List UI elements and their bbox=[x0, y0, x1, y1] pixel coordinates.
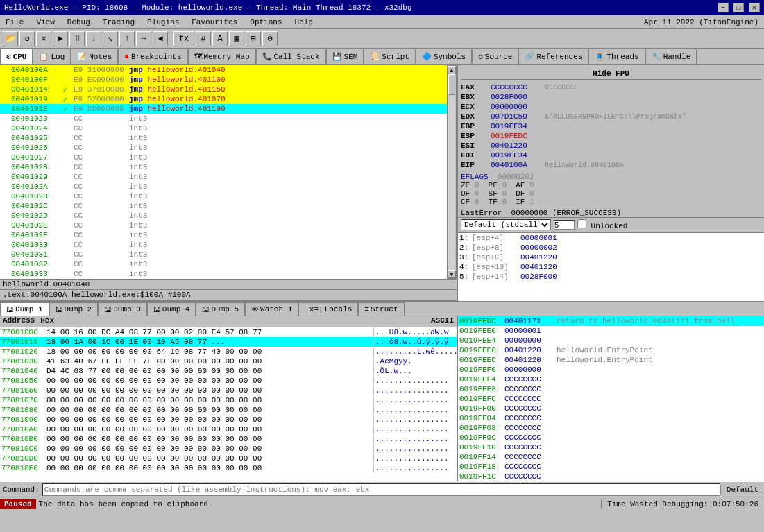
disasm-row[interactable]: 00401031 CC int3 bbox=[0, 250, 447, 259]
dump-tab-5[interactable]: 🖫 Dump 5 bbox=[196, 302, 245, 316]
tab-source[interactable]: ◇Source bbox=[472, 49, 518, 64]
dump-tab-struct[interactable]: ≡ Struct bbox=[358, 302, 404, 316]
reg-value[interactable]: 00000000 bbox=[491, 103, 539, 111]
tab-log[interactable]: 📋Log bbox=[33, 49, 71, 64]
disasm-row[interactable]: 0040102E CC int3 bbox=[0, 221, 447, 230]
stack-args-input[interactable] bbox=[554, 220, 575, 230]
menu-help[interactable]: Help bbox=[292, 17, 316, 27]
dump-row[interactable]: 77081000 14 00 16 00 DC A4 08 77 00 00 0… bbox=[0, 327, 457, 337]
dump-tab-watch1[interactable]: 👁 Watch 1 bbox=[245, 302, 298, 316]
dump-tab-4[interactable]: 🖫 Dump 4 bbox=[147, 302, 196, 316]
reg-value[interactable]: 0019FF34 bbox=[491, 122, 539, 130]
dump-row[interactable]: 77081080 00 00 00 00 00 00 00 00 00 00 0… bbox=[0, 405, 457, 415]
disasm-row[interactable]: 00401019 ✓ E9 52000000 jmp helloworld.40… bbox=[0, 94, 447, 104]
disasm-row[interactable]: 00401023 CC int3 bbox=[0, 114, 447, 123]
tab-notes[interactable]: 📝Notes bbox=[71, 49, 118, 64]
disasm-row[interactable]: 0040102D CC int3 bbox=[0, 211, 447, 221]
dump-row[interactable]: 77081050 00 00 00 00 00 00 00 00 00 00 0… bbox=[0, 376, 457, 386]
disasm-row[interactable]: 00401014 ✓ E9 37010000 jmp helloworld.40… bbox=[0, 85, 447, 94]
disasm-row[interactable]: 00401029 CC int3 bbox=[0, 172, 447, 182]
minimize-button[interactable]: − bbox=[718, 3, 729, 12]
dump-row[interactable]: 77081090 00 00 00 00 00 00 00 00 00 00 0… bbox=[0, 415, 457, 424]
tab-threads[interactable]: 🧵Threads bbox=[588, 49, 645, 64]
toolbar-fx[interactable]: fx bbox=[173, 31, 194, 46]
reg-value[interactable]: 0040100A bbox=[491, 161, 539, 169]
calling-conv-select[interactable]: Default (stdcall) bbox=[461, 219, 551, 230]
dump-row[interactable]: 77081010 18 00 1A 00 1C 00 1E 00 10 A5 0… bbox=[0, 337, 457, 347]
tab-memory-map[interactable]: 🗺Memory Map bbox=[188, 49, 256, 64]
toolbar-step-out[interactable]: ↑ bbox=[119, 31, 135, 46]
dump-row[interactable]: 77081030 41 63 4D 67 FF FF FF 7F 00 00 0… bbox=[0, 357, 457, 366]
tab-cpu[interactable]: ⚙CPU bbox=[0, 49, 33, 65]
menu-debug[interactable]: Debug bbox=[65, 17, 93, 27]
disasm-row[interactable]: 0040102F CC int3 bbox=[0, 230, 447, 240]
tab-sem[interactable]: 💾SEM bbox=[326, 49, 364, 64]
disasm-row[interactable]: 0040100A E9 31000000 jmp helloworld.4010… bbox=[0, 65, 447, 75]
tab-breakpoints[interactable]: ●Breakpoints bbox=[118, 49, 187, 64]
dump-tab-2[interactable]: 🖫 Dump 2 bbox=[49, 302, 99, 316]
tab-symbols[interactable]: 🔷Symbols bbox=[416, 49, 472, 64]
toolbar-settings[interactable]: ⚙ bbox=[262, 31, 278, 46]
dump-row[interactable]: 770810D0 00 00 00 00 00 00 00 00 00 00 0… bbox=[0, 454, 457, 463]
disasm-row[interactable]: 0040101E ✓ E9 DD000000 jmp helloworld.40… bbox=[0, 104, 447, 114]
toolbar-font[interactable]: A bbox=[212, 31, 228, 46]
menu-file[interactable]: File bbox=[3, 17, 26, 27]
disasm-row[interactable]: 00401025 CC int3 bbox=[0, 133, 447, 143]
toolbar-mem[interactable]: ▦ bbox=[229, 31, 244, 46]
disasm-row[interactable]: 0040100F E9 EC000000 jmp helloworld.4011… bbox=[0, 75, 447, 85]
toolbar-step-into[interactable]: ↓ bbox=[86, 31, 101, 46]
toolbar-run[interactable]: ▶ bbox=[53, 31, 68, 46]
disasm-row[interactable]: 00401030 CC int3 bbox=[0, 240, 447, 250]
disasm-row[interactable]: 00401024 CC int3 bbox=[0, 123, 447, 133]
menu-view[interactable]: View bbox=[33, 17, 57, 27]
dump-tab-locals[interactable]: |x=| Locals bbox=[298, 302, 358, 316]
reg-value[interactable]: 0019FF34 bbox=[491, 151, 539, 160]
menu-tracing[interactable]: Tracing bbox=[100, 17, 137, 27]
disasm-row[interactable]: 0040102C CC int3 bbox=[0, 201, 447, 211]
disasm-row[interactable]: 00401027 CC int3 bbox=[0, 153, 447, 162]
dump-row[interactable]: 77081020 18 00 00 00 00 00 00 00 64 19 0… bbox=[0, 347, 457, 357]
close-button[interactable]: ✕ bbox=[749, 3, 760, 12]
toolbar-run-to[interactable]: → bbox=[136, 31, 151, 46]
scroll-track[interactable] bbox=[448, 74, 455, 270]
dump-tab-3[interactable]: 🖫 Dump 3 bbox=[98, 302, 147, 316]
dump-row[interactable]: 770810C0 00 00 00 00 00 00 00 00 00 00 0… bbox=[0, 444, 457, 454]
dump-row[interactable]: 77081040 D4 4C 08 77 00 00 00 00 00 00 0… bbox=[0, 366, 457, 376]
dump-row[interactable]: 770810B0 00 00 00 00 00 00 00 00 00 00 0… bbox=[0, 434, 457, 444]
dump-row[interactable]: 77081070 00 00 00 00 00 00 00 00 00 00 0… bbox=[0, 395, 457, 405]
toolbar-hash[interactable]: # bbox=[196, 31, 211, 46]
disasm-row[interactable]: 00401032 CC int3 bbox=[0, 259, 447, 269]
tab-references[interactable]: 🔗References bbox=[518, 49, 588, 64]
menu-favourites[interactable]: Favourites bbox=[189, 17, 240, 27]
tab-call-stack[interactable]: 📞Call Stack bbox=[256, 49, 326, 64]
unlocked-checkbox[interactable] bbox=[577, 219, 586, 228]
command-input[interactable] bbox=[42, 483, 720, 496]
reg-value[interactable]: 00401220 bbox=[491, 141, 539, 150]
reg-value[interactable]: 007D1C50 bbox=[491, 112, 539, 121]
disasm-area[interactable]: 0040100A E9 31000000 jmp helloworld.4010… bbox=[0, 65, 447, 279]
disasm-row[interactable]: 00401026 CC int3 bbox=[0, 143, 447, 153]
toolbar-pause[interactable]: ⏸ bbox=[69, 31, 85, 46]
dump-row[interactable]: 770810F0 00 00 00 00 00 00 00 00 00 00 0… bbox=[0, 463, 457, 473]
toolbar-log2[interactable]: ⊞ bbox=[246, 31, 261, 46]
dump-tab-1[interactable]: 🖫 Dump 1 bbox=[0, 302, 49, 316]
scroll-thumb[interactable] bbox=[448, 74, 455, 95]
scroll-down[interactable]: ▼ bbox=[448, 270, 456, 278]
tab-script[interactable]: 📜Script bbox=[364, 49, 416, 64]
toolbar-open[interactable]: 📂 bbox=[3, 31, 18, 46]
menu-options[interactable]: Options bbox=[247, 17, 285, 27]
reg-value[interactable]: CCCCCCCC bbox=[491, 83, 539, 92]
reg-value[interactable]: 0019FEDC bbox=[491, 132, 539, 140]
maximize-button[interactable]: □ bbox=[733, 3, 744, 12]
menu-plugins[interactable]: Plugins bbox=[144, 17, 182, 27]
tab-handle[interactable]: 🔧Handle bbox=[645, 49, 697, 64]
disasm-row[interactable]: 0040102A CC int3 bbox=[0, 182, 447, 191]
dump-row[interactable]: 770810A0 00 00 00 00 00 00 00 00 00 00 0… bbox=[0, 424, 457, 434]
dump-row[interactable]: 77081060 00 00 00 00 00 00 00 00 00 00 0… bbox=[0, 386, 457, 395]
disasm-scrollbar[interactable]: ▲ ▼ bbox=[447, 65, 457, 279]
toolbar-step-over[interactable]: ↘ bbox=[103, 31, 118, 46]
disasm-row[interactable]: 00401028 CC int3 bbox=[0, 162, 447, 172]
reg-value[interactable]: 0028F000 bbox=[491, 93, 539, 101]
toolbar-close[interactable]: ✕ bbox=[36, 31, 51, 46]
reg-header[interactable]: Hide FPU bbox=[461, 68, 761, 80]
